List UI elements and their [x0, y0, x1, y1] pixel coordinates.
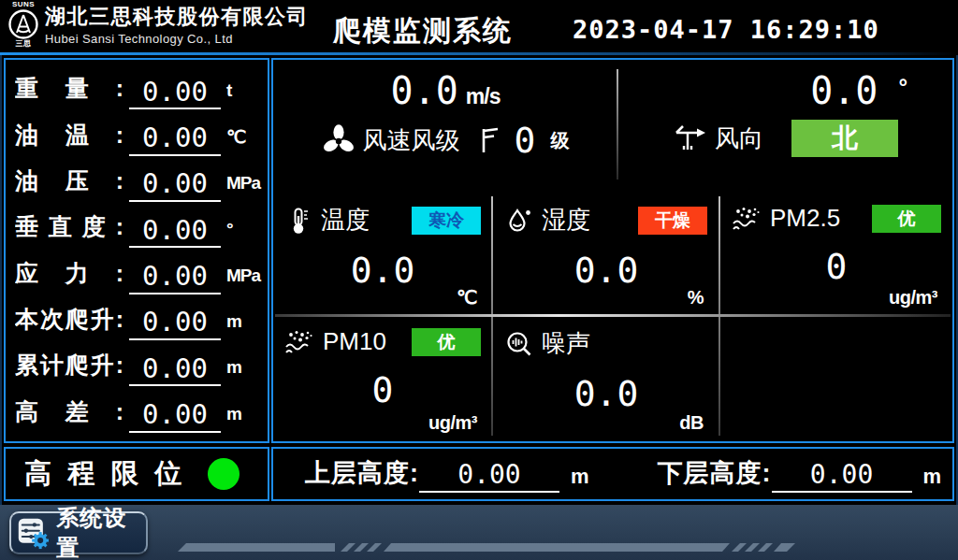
- company-name-en: Hubei Sansi Technology Co., Ltd: [45, 32, 309, 46]
- hmi-screen: SUNS 三思 湖北三思科技股份有限公司 Hubei Sansi Technol…: [0, 0, 958, 560]
- status-badge: 优: [872, 205, 941, 233]
- sensor-value: 0.0: [498, 373, 715, 414]
- wind-direction-readout: 0.0°: [619, 71, 952, 110]
- metric-unit: m: [226, 311, 260, 340]
- status-badge: 寒冷: [412, 207, 481, 235]
- wind-level-value: 0: [515, 120, 536, 161]
- header-bar: SUNS 三思 湖北三思科技股份有限公司 Hubei Sansi Technol…: [0, 0, 958, 53]
- wind-speed-value: 0.0: [391, 69, 458, 112]
- sensor-value: 0.0: [498, 250, 715, 291]
- metric-row-verticality: 垂直度: 0.00 °: [15, 205, 260, 248]
- page-title: 爬模监测系统: [333, 12, 513, 50]
- metric-value: 0.00: [129, 167, 221, 202]
- sensor-cell-empty: [724, 320, 949, 438]
- logo-mark-icon: [7, 8, 39, 40]
- metric-row-height-diff: 高差: 0.00 m: [15, 390, 260, 433]
- wind-level-row: 风速风级 0 级: [273, 120, 617, 161]
- metric-unit: m: [226, 357, 260, 386]
- logo-top-text: SUNS: [12, 1, 35, 8]
- sensor-unit: ug/m³: [889, 287, 937, 309]
- sensor-unit: ug/m³: [428, 412, 477, 434]
- metric-value: 0.00: [129, 306, 221, 340]
- metric-row-weight: 重量: 0.00 t: [15, 66, 260, 109]
- status-badge: 优: [412, 328, 481, 356]
- suns-logo: SUNS 三思: [7, 1, 39, 48]
- lower-height-label: 下层高度:: [658, 456, 772, 493]
- elevation-limit-label: 高程限位: [24, 455, 181, 493]
- sensor-value: 0: [277, 369, 488, 410]
- sensor-label: 温度: [321, 204, 370, 237]
- sensor-label: PM10: [323, 327, 386, 356]
- elevation-limit-box: 高程限位: [4, 447, 269, 501]
- lower-height-group: 下层高度: 0.00 m: [658, 456, 941, 493]
- metric-value: 0.00: [129, 76, 221, 110]
- elevation-limit-indicator: [208, 458, 240, 490]
- metric-label: 应力:: [15, 258, 123, 294]
- metric-row-current-climb: 本次爬升: 0.00 m: [15, 297, 260, 340]
- upper-height-group: 上层高度: 0.00 m: [305, 456, 588, 493]
- header-divider: [0, 52, 958, 55]
- dust-icon: [732, 205, 762, 233]
- wind-direction-section: 0.0° 风向 北: [619, 60, 952, 191]
- wind-level-label: 风速风级: [363, 124, 460, 157]
- wind-speed-readout: 0.0m/s: [273, 71, 617, 110]
- sensor-label: PM2.5: [770, 204, 840, 233]
- wind-level-unit: 级: [550, 128, 569, 153]
- metric-unit: m: [226, 404, 260, 433]
- droplet-icon: [505, 207, 533, 235]
- metric-value: 0.00: [129, 260, 221, 294]
- company-name-cn: 湖北三思科技股份有限公司: [45, 3, 309, 31]
- wind-speed-section: 0.0m/s 风速风级 0 级: [273, 60, 617, 191]
- level-heights-box: 上层高度: 0.00 m 下层高度: 0.00 m: [271, 447, 954, 501]
- wind-vane-icon: [674, 123, 707, 153]
- metric-label: 油温:: [15, 120, 123, 156]
- sensor-unit: dB: [679, 412, 704, 434]
- metric-value: 0.00: [129, 214, 221, 249]
- metric-value: 0.00: [129, 352, 221, 387]
- status-badge: 干燥: [638, 207, 707, 235]
- metric-unit: MPa: [226, 266, 260, 294]
- wind-speed-unit: m/s: [466, 84, 501, 108]
- metric-label: 油压:: [15, 165, 123, 202]
- lower-height-unit: m: [923, 465, 941, 493]
- noise-icon: [505, 330, 533, 358]
- company-name: 湖北三思科技股份有限公司 Hubei Sansi Technology Co.,…: [45, 3, 309, 46]
- sensor-value: 0: [724, 246, 949, 287]
- upper-height-label: 上层高度:: [305, 456, 419, 493]
- metrics-panel: 重量: 0.00 t 油温: 0.00 ℃ 油压: 0.00 MPa 垂直度: …: [4, 58, 269, 443]
- metric-row-total-climb: 累计爬升: 0.00 m: [15, 343, 260, 386]
- system-settings-button[interactable]: 系统设置: [9, 511, 148, 554]
- wind-direction-value: 0.0: [810, 69, 878, 112]
- sensor-cell-pm25: PM2.5 优 0 ug/m³: [724, 196, 949, 312]
- wind-direction-badge: 北: [791, 120, 898, 157]
- metric-label: 重量:: [15, 73, 123, 109]
- logo-bottom-text: 三思: [16, 40, 32, 48]
- metric-label: 累计爬升:: [15, 350, 123, 386]
- environment-panel: 0.0m/s 风速风级 0 级: [271, 58, 954, 443]
- metric-row-oil-pressure: 油压: 0.00 MPa: [15, 159, 260, 202]
- sensor-cell-pm10: PM10 优 0 ug/m³: [277, 320, 488, 438]
- sensor-value: 0.0: [277, 250, 488, 291]
- sensor-label: 噪声: [542, 327, 590, 360]
- sensor-unit: ℃: [457, 286, 477, 309]
- settings-sliders-gear-icon: [17, 515, 49, 551]
- metric-unit: MPa: [226, 173, 260, 202]
- metric-unit: t: [226, 80, 260, 109]
- metric-unit: °: [226, 219, 260, 248]
- dust-icon: [284, 328, 314, 356]
- metric-value: 0.00: [129, 398, 221, 433]
- wind-direction-unit: °: [898, 74, 907, 99]
- sensor-cell-noise: 噪声 0.0 dB: [498, 320, 715, 438]
- fan-icon: [322, 123, 356, 157]
- metric-value: 0.00: [129, 122, 221, 156]
- metric-label: 本次爬升:: [15, 304, 123, 340]
- sensor-unit: %: [688, 287, 704, 309]
- metric-row-stress: 应力: 0.00 MPa: [15, 251, 260, 294]
- settings-button-label: 系统设置: [56, 503, 140, 560]
- lower-height-value: 0.00: [772, 459, 912, 493]
- grid-divider-horizontal: [275, 314, 951, 317]
- wind-section-divider: [617, 69, 618, 179]
- upper-height-value: 0.00: [419, 459, 559, 493]
- wind-direction-row: 风向 北: [619, 120, 952, 157]
- sensor-cell-humidity: 湿度 干燥 0.0 %: [498, 196, 715, 312]
